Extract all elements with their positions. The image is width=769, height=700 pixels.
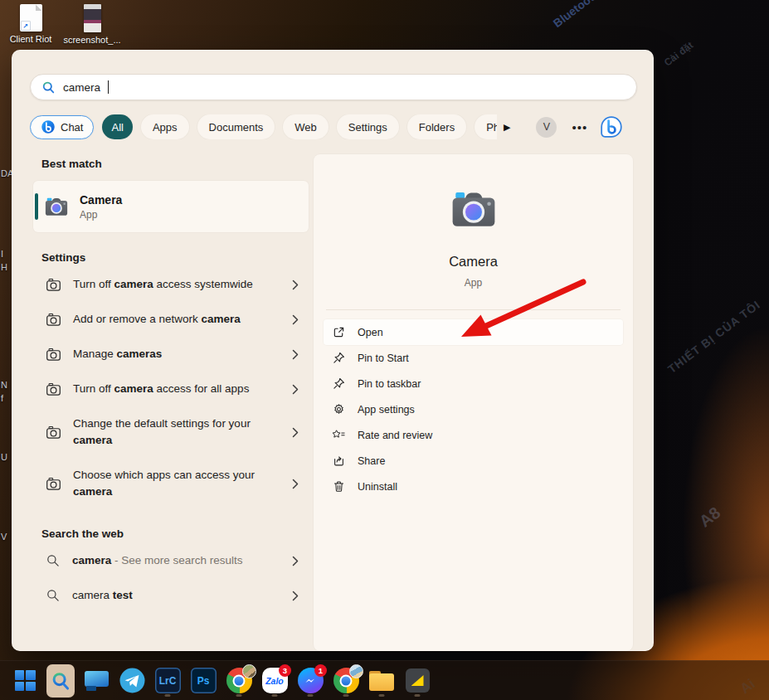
chevron-right-icon xyxy=(292,556,299,566)
wallpaper-text: Cài đặt xyxy=(662,39,695,68)
web-result-row[interactable]: camera - See more search results xyxy=(33,543,309,578)
wallpaper-text: THIẾT BỊ CỦA TÔI xyxy=(665,298,763,376)
settings-result-row[interactable]: Turn off camera access systemwide xyxy=(33,267,309,302)
profile-avatar xyxy=(349,664,363,678)
result-text: Change the default settings for your cam… xyxy=(73,416,262,449)
taskbar-item-file-explorer[interactable] xyxy=(367,664,396,698)
lightroom-icon: LrC xyxy=(155,668,181,693)
action-label: Share xyxy=(358,455,385,467)
search-input[interactable]: camera xyxy=(30,74,637,100)
desktop-label-fragment: f xyxy=(1,393,3,403)
best-match-subtitle: App xyxy=(80,209,122,221)
result-text: Turn off camera access for all apps xyxy=(73,381,262,397)
desktop-label-fragment: V xyxy=(1,532,7,542)
taskbar-search-icon xyxy=(46,664,75,698)
action-uninstall[interactable]: Uninstall xyxy=(324,474,623,499)
web-result-row[interactable]: camera test xyxy=(33,578,309,613)
filter-tab-apps[interactable]: Apps xyxy=(141,114,189,139)
camera-outline-icon xyxy=(46,425,61,440)
photoshop-icon: Ps xyxy=(191,668,217,693)
desktop: { "desktop": { "icons": [ { "label": "Cl… xyxy=(0,0,769,700)
filter-tab-web[interactable]: Web xyxy=(283,114,329,139)
taskbar-item-display[interactable] xyxy=(82,664,110,698)
results-column: Best match Camera App Settings Turn off … xyxy=(33,158,309,613)
text-caret xyxy=(108,80,109,94)
result-text: Add or remove a network camera xyxy=(73,311,262,328)
bing-icon[interactable] xyxy=(600,115,623,139)
settings-result-row[interactable]: Turn off camera access for all apps xyxy=(33,372,309,406)
action-label: Open xyxy=(358,327,383,338)
running-indicator xyxy=(236,694,242,697)
action-label: App settings xyxy=(358,404,415,416)
taskbar-item-search[interactable] xyxy=(46,664,75,698)
taskbar-item-messenger[interactable]: 1 xyxy=(296,664,324,698)
filter-chat-button[interactable]: Chat xyxy=(30,115,94,139)
desktop-icon-label: screenshot_... xyxy=(63,35,120,45)
filter-tab-folders[interactable]: Folders xyxy=(407,114,466,139)
result-text: camera test xyxy=(72,587,261,604)
profile-avatar xyxy=(242,664,256,678)
desktop-label-fragment: I xyxy=(1,249,3,259)
desktop-icon-client-riot[interactable]: ↗ Client Riot xyxy=(5,4,56,44)
pin-icon xyxy=(332,352,345,364)
action-label: Uninstall xyxy=(358,481,397,493)
filter-tab-photos[interactable]: Photos xyxy=(475,114,497,139)
taskbar-item-chrome-profile2[interactable] xyxy=(332,664,360,698)
settings-header: Settings xyxy=(33,251,309,264)
tabs-overflow-arrow[interactable]: ▶ xyxy=(504,122,510,133)
search-flyout-panel: camera Chat AllAppsDocumentsWebSettingsF… xyxy=(12,50,654,651)
desktop-icon-screenshot[interactable]: screenshot_... xyxy=(66,4,118,45)
filter-chat-label: Chat xyxy=(61,121,83,134)
search-outline-icon xyxy=(46,553,61,568)
taskbar-item-start[interactable] xyxy=(11,664,39,698)
filter-tab-all[interactable]: All xyxy=(102,114,132,139)
running-indicator xyxy=(165,694,171,697)
desktop-label-fragment: H xyxy=(1,262,7,272)
notification-badge: 1 xyxy=(314,664,327,677)
selection-accent-bar xyxy=(35,193,38,220)
more-options-button[interactable]: ••• xyxy=(572,120,587,134)
telegram-icon xyxy=(119,668,145,693)
camera-app-icon xyxy=(44,194,69,219)
filter-tab-settings[interactable]: Settings xyxy=(337,114,399,139)
taskbar-item-telegram[interactable] xyxy=(118,664,146,698)
settings-result-row[interactable]: Add or remove a network camera xyxy=(33,302,309,337)
action-share[interactable]: Share xyxy=(324,448,623,474)
settings-result-row[interactable]: Choose which apps can access your camera xyxy=(33,458,309,509)
desktop-label-fragment: U xyxy=(1,452,7,462)
action-rate-and-review[interactable]: Rate and review xyxy=(324,422,623,448)
desktop-label-fragment: N xyxy=(1,380,7,390)
action-pin-to-taskbar[interactable]: Pin to taskbar xyxy=(324,371,623,396)
open-external-icon xyxy=(332,326,345,338)
best-match-result[interactable]: Camera App xyxy=(33,181,309,232)
action-app-settings[interactable]: App settings xyxy=(324,396,623,422)
notification-badge: 3 xyxy=(279,664,291,677)
trash-icon xyxy=(332,480,345,493)
taskbar-item-chrome-profile1[interactable] xyxy=(225,664,253,698)
start-icon xyxy=(15,670,36,691)
best-match-header: Best match xyxy=(33,158,309,170)
running-indicator xyxy=(308,694,314,697)
chevron-right-icon xyxy=(292,591,299,601)
taskbar-item-photoshop[interactable]: Ps xyxy=(189,664,217,698)
running-indicator xyxy=(343,694,349,697)
settings-result-row[interactable]: Change the default settings for your cam… xyxy=(33,406,309,458)
divider xyxy=(326,309,621,310)
filter-tab-documents[interactable]: Documents xyxy=(197,114,275,139)
chevron-right-icon xyxy=(292,479,299,489)
result-text: Choose which apps can access your camera xyxy=(73,467,262,500)
best-match-title: Camera xyxy=(80,193,122,207)
settings-result-row[interactable]: Manage cameras xyxy=(33,337,309,372)
taskbar-item-zalo[interactable]: Zalo3 xyxy=(260,664,289,698)
taskbar-item-notes-app[interactable] xyxy=(403,664,431,698)
action-pin-to-start[interactable]: Pin to Start xyxy=(324,345,623,371)
chevron-right-icon xyxy=(292,384,299,395)
running-indicator xyxy=(272,694,278,697)
running-indicator xyxy=(379,694,385,697)
taskbar-item-lightroom[interactable]: LrC xyxy=(153,664,182,698)
bing-chat-icon xyxy=(41,119,56,134)
account-avatar[interactable]: V xyxy=(536,117,557,138)
camera-outline-icon xyxy=(46,382,61,397)
action-open[interactable]: Open xyxy=(324,319,623,345)
document-shortcut-icon: ↗ xyxy=(20,4,42,32)
